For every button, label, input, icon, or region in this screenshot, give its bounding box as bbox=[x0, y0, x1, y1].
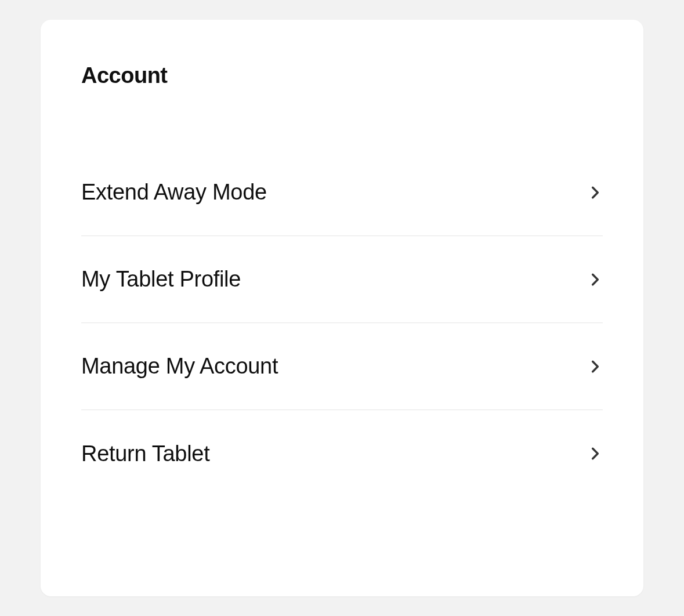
menu-item-label: Extend Away Mode bbox=[81, 180, 267, 205]
menu-item-my-tablet-profile[interactable]: My Tablet Profile bbox=[81, 236, 603, 323]
menu-item-label: Manage My Account bbox=[81, 354, 278, 379]
account-card: Account Extend Away Mode My Tablet Profi… bbox=[41, 20, 643, 596]
chevron-right-icon bbox=[588, 359, 603, 374]
chevron-right-icon bbox=[588, 446, 603, 461]
section-title: Account bbox=[81, 63, 603, 88]
chevron-right-icon bbox=[588, 185, 603, 200]
chevron-right-icon bbox=[588, 272, 603, 287]
menu-item-label: Return Tablet bbox=[81, 441, 209, 466]
menu-item-return-tablet[interactable]: Return Tablet bbox=[81, 410, 603, 497]
menu-item-manage-my-account[interactable]: Manage My Account bbox=[81, 323, 603, 410]
menu-item-label: My Tablet Profile bbox=[81, 267, 241, 292]
menu-item-extend-away-mode[interactable]: Extend Away Mode bbox=[81, 149, 603, 236]
